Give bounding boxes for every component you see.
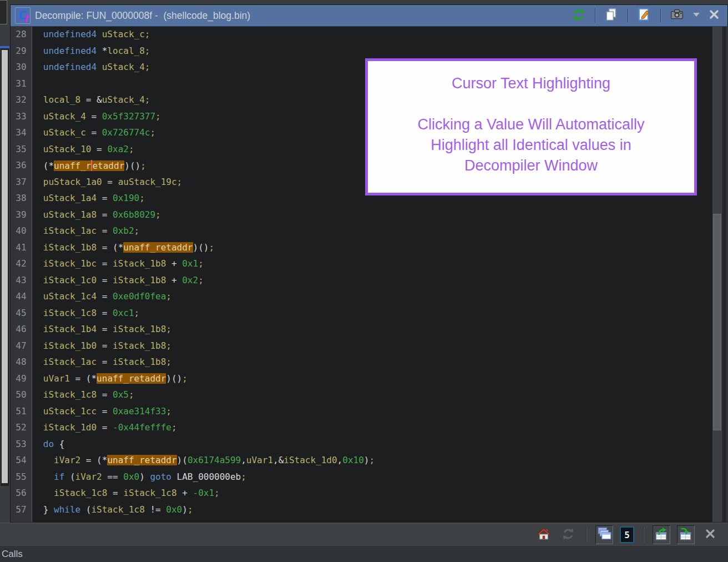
table-arrow-up-icon bbox=[654, 526, 669, 543]
annotation-callout: Cursor Text Highlighting Clicking a Valu… bbox=[365, 58, 697, 195]
line-number: 44 bbox=[11, 291, 32, 308]
line-number: 29 bbox=[11, 46, 32, 62]
toolbar-separator bbox=[586, 527, 587, 543]
highlighted-token[interactable]: etaddr bbox=[92, 160, 124, 171]
line-number-gutter: 2829303132333435363738394041424344454647… bbox=[11, 27, 32, 522]
line-number: 50 bbox=[11, 389, 32, 406]
refresh-disabled-icon bbox=[561, 527, 575, 543]
line-number: 51 bbox=[11, 406, 32, 423]
line-number: 28 bbox=[11, 29, 32, 46]
line-number: 55 bbox=[11, 471, 32, 488]
annotation-title: Cursor Text Highlighting bbox=[368, 74, 694, 92]
line-number: 42 bbox=[11, 258, 32, 275]
code-line[interactable]: uStack_1c4 = 0xe0df0fea; bbox=[32, 291, 712, 308]
snapshot-button[interactable] bbox=[670, 7, 684, 24]
line-number: 34 bbox=[11, 127, 32, 144]
line-number: 52 bbox=[11, 422, 32, 439]
annotation-line: Clicking a Value Will Automatically bbox=[368, 114, 694, 135]
refresh-icon bbox=[572, 8, 586, 24]
code-line[interactable]: iStack_1d0 = -0x44fefffe; bbox=[32, 422, 712, 439]
window-right-edge bbox=[722, 27, 727, 522]
bottom-toolbar: 5 bbox=[0, 523, 728, 547]
highlighted-token[interactable]: unaff_retaddr bbox=[107, 455, 176, 465]
line-number: 43 bbox=[11, 275, 32, 292]
line-number: 36 bbox=[11, 160, 32, 177]
calls-panel-title[interactable]: Calls bbox=[0, 548, 728, 562]
adjacent-window-scrollbar-thumb[interactable] bbox=[2, 50, 8, 483]
code-line[interactable]: iStack_1c8 = iStack_1c8 + -0x1; bbox=[32, 488, 712, 504]
titlebar-toolbar bbox=[572, 7, 720, 24]
table-arrow-down-icon bbox=[678, 526, 694, 543]
refresh-disabled-button[interactable] bbox=[559, 525, 577, 544]
adjacent-window-scrollbar[interactable] bbox=[1, 48, 9, 486]
code-line[interactable]: iStack_1c8 = 0xc1; bbox=[32, 308, 712, 324]
code-line[interactable]: iStack_1c8 = 0x5; bbox=[32, 389, 712, 406]
line-number: 33 bbox=[11, 111, 32, 128]
adjacent-toolbar-fragment bbox=[0, 0, 7, 24]
highlighted-token[interactable]: unaff_retaddr bbox=[97, 373, 166, 384]
code-line[interactable]: uVar1 = (*unaff_retaddr)(); bbox=[32, 373, 712, 390]
edit-function-signature-button[interactable] bbox=[637, 7, 651, 24]
scrollbar-thumb[interactable] bbox=[713, 214, 721, 430]
code-line[interactable]: iVar2 = (*unaff_retaddr)(0x6174a599,uVar… bbox=[32, 455, 712, 471]
edit-icon bbox=[637, 7, 651, 24]
line-number: 48 bbox=[11, 357, 32, 373]
code-line[interactable]: uStack_1a8 = 0x6b8029; bbox=[32, 209, 712, 226]
line-number: 45 bbox=[11, 308, 32, 324]
code-line[interactable]: iStack_1b0 = iStack_1b8; bbox=[32, 340, 712, 357]
line-number: 57 bbox=[11, 504, 32, 521]
chevron-down-icon bbox=[691, 9, 701, 22]
refresh-button[interactable] bbox=[572, 8, 586, 24]
line-number: 41 bbox=[11, 242, 32, 259]
snapshot-in-button[interactable] bbox=[677, 525, 695, 544]
copy-icon bbox=[604, 7, 619, 24]
code-line[interactable]: iStack_1bc = iStack_1b8 + 0x1; bbox=[32, 258, 712, 275]
code-line[interactable]: do { bbox=[32, 439, 712, 455]
code-line[interactable]: iStack_1b8 = (*unaff_retaddr)(); bbox=[32, 242, 712, 259]
code-line[interactable]: } while (iStack_1c8 != 0x0); bbox=[32, 504, 712, 521]
home-icon bbox=[537, 527, 551, 543]
home-button[interactable] bbox=[535, 525, 553, 544]
code-vertical-scrollbar[interactable] bbox=[712, 27, 722, 522]
close-icon bbox=[709, 9, 720, 22]
line-number: 35 bbox=[11, 144, 32, 160]
toolbar-separator bbox=[595, 8, 595, 23]
line-number: 47 bbox=[11, 340, 32, 357]
code-line[interactable]: iStack_1b4 = iStack_1b8; bbox=[32, 324, 712, 340]
line-number: 37 bbox=[11, 177, 32, 193]
line-number: 49 bbox=[11, 373, 32, 390]
line-number: 40 bbox=[11, 225, 32, 242]
line-number: 38 bbox=[11, 193, 32, 209]
annotation-line: Highlight all Identical values in bbox=[368, 135, 694, 155]
window-count-badge[interactable]: 5 bbox=[620, 526, 634, 543]
windows-icon bbox=[596, 526, 612, 543]
code-line[interactable]: if (iVar2 == 0x0) goto LAB_000000eb; bbox=[32, 471, 712, 488]
annotation-body: Clicking a Value Will AutomaticallyHighl… bbox=[368, 114, 694, 176]
line-number: 30 bbox=[11, 62, 32, 78]
line-number: 54 bbox=[11, 455, 32, 471]
code-line[interactable]: undefined4 uStack_c; bbox=[32, 29, 712, 46]
copy-button[interactable] bbox=[604, 7, 619, 24]
close-gray-icon bbox=[705, 528, 716, 541]
code-line[interactable]: iStack_1ac = 0xb2; bbox=[32, 225, 712, 242]
code-line[interactable]: iStack_1ac = iStack_1b8; bbox=[32, 357, 712, 373]
decompiler-icon: C f bbox=[15, 7, 31, 24]
code-line[interactable]: uStack_1cc = 0xae314f33; bbox=[32, 406, 712, 423]
highlighted-token[interactable]: unaff_r bbox=[54, 160, 91, 171]
line-number: 46 bbox=[11, 324, 32, 340]
toolbar-menu-button[interactable] bbox=[691, 9, 701, 22]
camera-icon bbox=[670, 7, 684, 24]
toolbar-separator bbox=[660, 8, 661, 23]
close-window-button[interactable] bbox=[709, 9, 720, 22]
decompiler-titlebar[interactable]: C f Decompile: FUN_0000008f - (shellcode… bbox=[11, 5, 727, 27]
snapshot-out-button[interactable] bbox=[653, 525, 670, 544]
close-panel-button[interactable] bbox=[701, 525, 719, 544]
line-number: 53 bbox=[11, 439, 32, 455]
line-number: 31 bbox=[11, 78, 32, 95]
windows-stack-button[interactable] bbox=[595, 525, 613, 544]
toolbar-separator bbox=[643, 527, 644, 543]
decompiler-icon-f: f bbox=[24, 13, 28, 24]
code-line[interactable]: iStack_1c0 = iStack_1b8 + 0x2; bbox=[32, 275, 712, 292]
line-number: 39 bbox=[11, 209, 32, 226]
highlighted-token[interactable]: unaff_retaddr bbox=[123, 242, 193, 253]
